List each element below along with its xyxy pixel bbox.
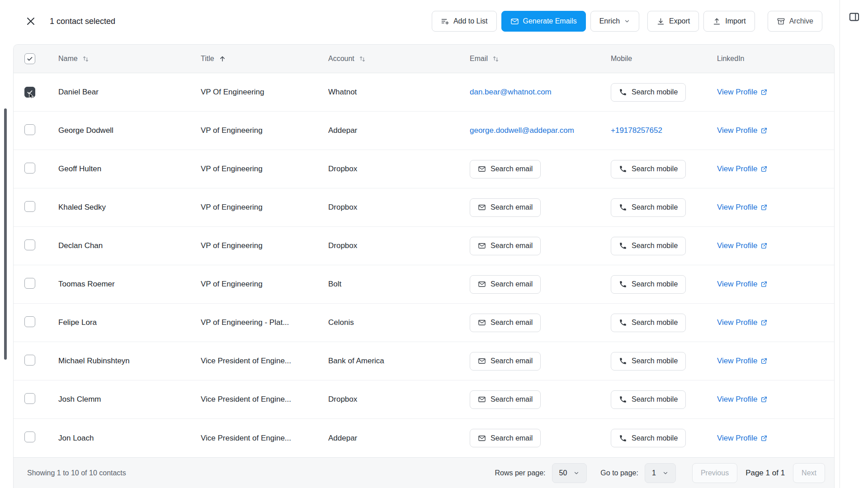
previous-page-button[interactable]: Previous [692, 463, 737, 483]
row-checkbox[interactable] [24, 432, 35, 442]
search-email-button[interactable]: Search email [470, 275, 541, 294]
email-link[interactable]: dan.bear@whatnot.com [470, 88, 552, 96]
view-profile-link[interactable]: View Profile [717, 164, 768, 174]
phone-icon [619, 242, 627, 250]
search-mobile-button[interactable]: Search mobile [611, 275, 686, 294]
mobile-link[interactable]: +19178257652 [611, 126, 662, 135]
search-email-button[interactable]: Search email [470, 160, 541, 178]
search-mobile-button[interactable]: Search mobile [611, 390, 686, 409]
contact-account: Addepar [328, 434, 470, 443]
column-header-title[interactable]: Title [201, 55, 328, 63]
column-header-email[interactable]: Email [470, 55, 611, 63]
contact-account: Whatnot [328, 88, 470, 97]
view-profile-link[interactable]: View Profile [717, 88, 768, 97]
email-cell: Search email [470, 198, 611, 217]
checkbox-cell [14, 201, 58, 214]
contact-title: Vice President of Engine... [201, 395, 328, 404]
toolbar-actions: Add to List Generate Emails Enrich Expor… [432, 11, 835, 32]
contact-title: VP of Engineering [201, 241, 328, 250]
view-profile-link[interactable]: View Profile [717, 395, 768, 404]
phone-icon [619, 280, 627, 288]
search-email-button[interactable]: Search email [470, 198, 541, 217]
email-cell: george.dodwell@addepar.com [470, 126, 611, 135]
column-header-name[interactable]: Name [58, 55, 201, 63]
search-mobile-button[interactable]: Search mobile [611, 314, 686, 332]
row-checkbox[interactable] [24, 201, 35, 212]
go-to-page-select[interactable]: 1 [645, 463, 676, 483]
row-checkbox[interactable] [24, 393, 35, 404]
row-checkbox[interactable] [24, 163, 35, 174]
linkedin-cell: View Profile [717, 164, 834, 174]
table-row: Declan ChanVP of EngineeringDropboxSearc… [14, 227, 834, 265]
page-scrollbar[interactable] [4, 108, 7, 360]
row-checkbox[interactable] [24, 278, 35, 289]
email-icon [478, 203, 486, 211]
close-icon[interactable] [25, 16, 36, 27]
add-to-list-button[interactable]: Add to List [432, 11, 497, 32]
view-profile-link[interactable]: View Profile [717, 241, 768, 250]
pagination-controls: Rows per page: 50 Go to page: 1 Previous… [495, 463, 825, 483]
row-checkbox[interactable] [24, 124, 35, 135]
archive-button[interactable]: Archive [768, 11, 822, 32]
search-mobile-button[interactable]: Search mobile [611, 429, 686, 447]
search-email-button[interactable]: Search email [470, 352, 541, 371]
search-email-button[interactable]: Search email [470, 390, 541, 409]
email-icon [478, 242, 486, 250]
contact-title: Vice President of Engine... [201, 357, 328, 366]
go-to-page-label: Go to page: [600, 469, 638, 477]
next-page-button[interactable]: Next [793, 463, 825, 483]
import-button[interactable]: Import [703, 11, 755, 32]
sort-icon[interactable] [359, 55, 366, 63]
phone-icon [619, 88, 627, 96]
search-mobile-button[interactable]: Search mobile [611, 198, 686, 217]
view-profile-link[interactable]: View Profile [717, 280, 768, 289]
contact-name: George Dodwell [58, 126, 201, 135]
row-checkbox[interactable] [24, 316, 35, 327]
sort-icon[interactable] [492, 55, 500, 63]
column-header-mobile[interactable]: Mobile [611, 55, 717, 63]
rows-per-page-select[interactable]: 50 [552, 463, 587, 483]
search-email-button[interactable]: Search email [470, 237, 541, 255]
export-button[interactable]: Export [647, 11, 699, 32]
right-rail [840, 0, 868, 488]
add-to-list-icon [441, 17, 449, 26]
row-checkbox[interactable] [24, 87, 35, 98]
contact-account: Dropbox [328, 241, 470, 250]
search-email-button[interactable]: Search email [470, 429, 541, 447]
panel-toggle-icon[interactable] [848, 11, 860, 23]
select-all-checkbox[interactable] [24, 53, 35, 64]
search-mobile-button[interactable]: Search mobile [611, 83, 686, 102]
column-header-linkedin[interactable]: LinkedIn [717, 55, 834, 63]
view-profile-link[interactable]: View Profile [717, 126, 768, 135]
sort-asc-icon[interactable] [218, 55, 226, 63]
linkedin-cell: View Profile [717, 203, 834, 212]
external-link-icon [760, 242, 768, 249]
view-profile-link[interactable]: View Profile [717, 318, 768, 327]
checkbox-cell [14, 124, 58, 137]
view-profile-link[interactable]: View Profile [717, 203, 768, 212]
view-profile-link[interactable]: View Profile [717, 434, 768, 443]
search-mobile-button[interactable]: Search mobile [611, 352, 686, 371]
search-email-button[interactable]: Search email [470, 314, 541, 332]
checkbox-cell [14, 239, 58, 253]
mobile-cell: Search mobile [611, 275, 717, 294]
contact-name: Khaled Sedky [58, 203, 201, 212]
enrich-button[interactable]: Enrich [590, 11, 639, 32]
contact-account: Dropbox [328, 164, 470, 174]
email-cell: Search email [470, 160, 611, 178]
row-checkbox[interactable] [24, 355, 35, 366]
row-checkbox[interactable] [24, 239, 35, 250]
search-mobile-button[interactable]: Search mobile [611, 160, 686, 178]
contact-name: Felipe Lora [58, 318, 201, 327]
table-row: Jon LoachVice President of Engine...Adde… [14, 419, 834, 457]
external-link-icon [760, 319, 768, 326]
contact-title: VP of Engineering - Plat... [201, 318, 328, 327]
view-profile-link[interactable]: View Profile [717, 357, 768, 366]
sort-icon[interactable] [82, 55, 90, 63]
search-mobile-button[interactable]: Search mobile [611, 237, 686, 255]
generate-emails-button[interactable]: Generate Emails [501, 11, 586, 32]
email-link[interactable]: george.dodwell@addepar.com [470, 126, 574, 135]
linkedin-cell: View Profile [717, 357, 834, 366]
email-cell: Search email [470, 352, 611, 371]
column-header-account[interactable]: Account [328, 55, 470, 63]
